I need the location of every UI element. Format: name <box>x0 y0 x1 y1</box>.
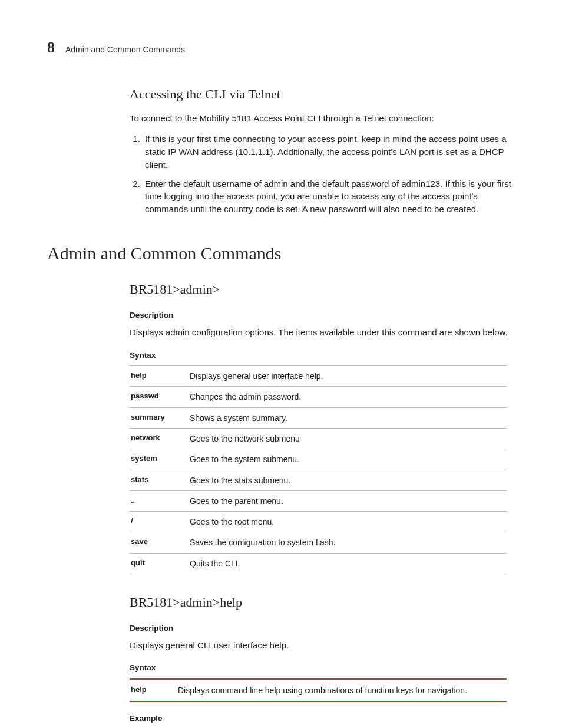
command-block-help: BR5181>admin>help Description Displays g… <box>130 593 515 724</box>
syntax-table: helpDisplays general user interface help… <box>130 365 507 574</box>
command-heading: BR5181>admin> <box>130 280 515 299</box>
step-item: Enter the default username of admin and … <box>143 177 515 216</box>
cmd-cell: summary <box>130 407 189 428</box>
section-accessing-cli: Accessing the CLI via Telnet To connect … <box>130 85 515 216</box>
cmd-cell: help <box>130 366 189 387</box>
document-page: 8 Admin and Common Commands Accessing th… <box>0 0 562 728</box>
command-block-admin: BR5181>admin> Description Displays admin… <box>130 280 515 574</box>
table-row: /Goes to the root menu. <box>130 512 507 532</box>
intro-text: To connect to the Mobility 5181 Access P… <box>130 112 515 125</box>
desc-cell: Shows a system summary. <box>189 407 507 428</box>
desc-cell: Quits the CLI. <box>189 553 507 574</box>
desc-cell: Goes to the system submenu. <box>189 449 507 470</box>
step-item: If this is your first time connecting to… <box>143 133 515 171</box>
table-row: helpDisplays general user interface help… <box>130 366 507 387</box>
table-row: systemGoes to the system submenu. <box>130 449 507 470</box>
chapter-number: 8 <box>47 37 55 59</box>
cmd-cell: quit <box>130 553 189 574</box>
cmd-cell: passwd <box>130 387 189 407</box>
desc-cell: Changes the admin password. <box>189 387 507 407</box>
cmd-cell: system <box>130 449 189 470</box>
desc-cell: Goes to the stats submenu. <box>189 470 507 490</box>
cmd-cell: save <box>130 532 189 553</box>
main-heading: Admin and Common Commands <box>47 241 515 266</box>
page-header: 8 Admin and Common Commands <box>47 37 515 59</box>
desc-cell: Saves the configuration to system flash. <box>189 532 507 553</box>
desc-cell: Displays general user interface help. <box>189 366 507 387</box>
example-label: Example <box>130 713 515 724</box>
table-row: saveSaves the configuration to system fl… <box>130 532 507 553</box>
description-text: Displays general CLI user interface help… <box>130 639 515 652</box>
chapter-title: Admin and Common Commands <box>65 44 185 55</box>
table-row: summaryShows a system summary. <box>130 407 507 428</box>
description-text: Displays admin configuration options. Th… <box>130 326 515 339</box>
table-row: quitQuits the CLI. <box>130 553 507 574</box>
cmd-cell: / <box>130 512 189 532</box>
table-row: statsGoes to the stats submenu. <box>130 470 507 490</box>
desc-cell: Displays command line help using combina… <box>177 679 507 701</box>
cmd-cell: .. <box>130 490 189 511</box>
syntax-label: Syntax <box>130 662 515 674</box>
table-row: networkGoes to the network submenu <box>130 428 507 449</box>
table-row: ..Goes to the parent menu. <box>130 490 507 511</box>
desc-cell: Goes to the parent menu. <box>189 490 507 511</box>
cmd-cell: help <box>130 679 177 701</box>
command-heading: BR5181>admin>help <box>130 593 515 612</box>
syntax-label: Syntax <box>130 350 515 361</box>
steps-list: If this is your first time connecting to… <box>130 133 515 216</box>
description-label: Description <box>130 622 515 634</box>
table-row: help Displays command line help using co… <box>130 679 507 701</box>
description-label: Description <box>130 309 515 321</box>
cmd-cell: stats <box>130 470 189 490</box>
cmd-cell: network <box>130 428 189 449</box>
desc-cell: Goes to the network submenu <box>189 428 507 449</box>
section-heading: Accessing the CLI via Telnet <box>130 85 515 104</box>
table-row: passwdChanges the admin password. <box>130 387 507 407</box>
syntax-table: help Displays command line help using co… <box>130 678 507 702</box>
desc-cell: Goes to the root menu. <box>189 512 507 532</box>
